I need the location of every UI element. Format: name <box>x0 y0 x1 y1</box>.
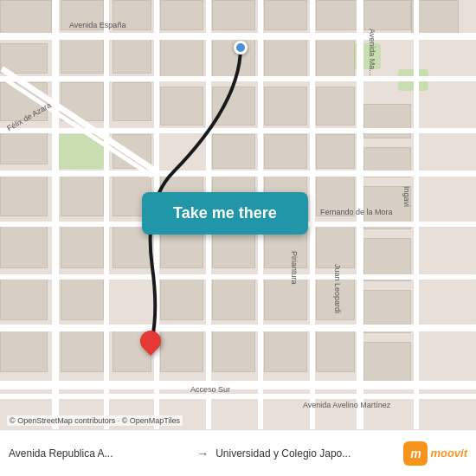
city-block <box>160 87 203 125</box>
city-block <box>0 277 48 320</box>
city-block <box>0 0 52 35</box>
city-block <box>113 39 151 74</box>
city-block <box>264 87 307 125</box>
road-v6 <box>310 0 315 429</box>
city-block <box>61 329 104 372</box>
origin-section: Avenida Republica A... <box>9 447 190 460</box>
road-h7 <box>0 325 476 331</box>
city-block <box>160 277 203 320</box>
city-block <box>363 0 411 30</box>
road-h9 <box>0 394 476 399</box>
moovit-logo-icon: m <box>403 441 428 466</box>
arrow-icon: → <box>196 447 209 460</box>
destination-pin-head <box>136 326 165 356</box>
city-block <box>61 39 104 74</box>
city-block <box>61 173 104 216</box>
city-block <box>316 87 355 125</box>
road-v7 <box>357 0 363 429</box>
app-container: Avenida España Félix de Azara Avenida Ma… <box>0 0 476 476</box>
city-block <box>212 0 255 30</box>
city-block <box>316 0 359 30</box>
road-acceso-sur <box>0 381 476 389</box>
road-h3 <box>0 128 476 133</box>
road-h1 <box>0 33 476 40</box>
city-block <box>316 329 355 372</box>
city-block <box>264 39 307 78</box>
city-block <box>0 43 48 74</box>
road-v2 <box>104 0 109 429</box>
green-area <box>56 134 104 169</box>
city-block <box>61 277 104 320</box>
city-block <box>316 134 355 169</box>
city-block <box>264 0 307 30</box>
city-block <box>113 82 151 121</box>
city-block <box>61 225 104 268</box>
city-block <box>316 277 355 320</box>
road-v1 <box>52 0 59 429</box>
moovit-logo-text: moovit <box>430 447 467 460</box>
city-block <box>316 39 355 78</box>
destination-marker <box>140 331 161 351</box>
origin-text: Avenida Republica A... <box>9 447 113 460</box>
city-block <box>160 0 203 30</box>
city-block <box>316 225 355 268</box>
city-block <box>316 173 355 216</box>
road-h6 <box>0 274 476 280</box>
road-h4 <box>0 170 476 177</box>
road-v8 <box>414 0 419 429</box>
map-area: Avenida España Félix de Azara Avenida Ma… <box>0 0 476 429</box>
city-block <box>0 329 48 372</box>
osm-attribution: © OpenStreetMap contributors · © OpenMap… <box>7 415 183 426</box>
city-block <box>61 0 104 30</box>
moovit-logo: m moovit <box>403 441 467 466</box>
take-me-there-button[interactable]: Take me there <box>142 192 308 235</box>
city-block <box>61 82 104 121</box>
city-block <box>363 342 411 385</box>
city-block <box>113 0 151 30</box>
destination-section: Universidad y Colegio Japo... <box>215 447 396 460</box>
city-block <box>212 277 255 320</box>
city-block <box>0 82 48 121</box>
city-block <box>264 277 307 320</box>
city-block <box>264 329 307 372</box>
city-block <box>264 134 307 169</box>
city-block <box>0 130 48 164</box>
city-block <box>212 329 255 372</box>
origin-marker <box>234 41 248 55</box>
road-h2 <box>0 76 476 81</box>
destination-text: Universidad y Colegio Japo... <box>215 447 351 460</box>
city-block <box>212 134 255 169</box>
city-block <box>160 329 203 372</box>
city-block <box>0 225 48 268</box>
city-block <box>113 134 151 169</box>
city-block <box>212 87 255 125</box>
bottom-bar: Avenida Republica A... → Universidad y C… <box>0 429 476 476</box>
city-block <box>363 104 411 138</box>
city-block <box>0 173 48 216</box>
city-block <box>160 39 203 78</box>
